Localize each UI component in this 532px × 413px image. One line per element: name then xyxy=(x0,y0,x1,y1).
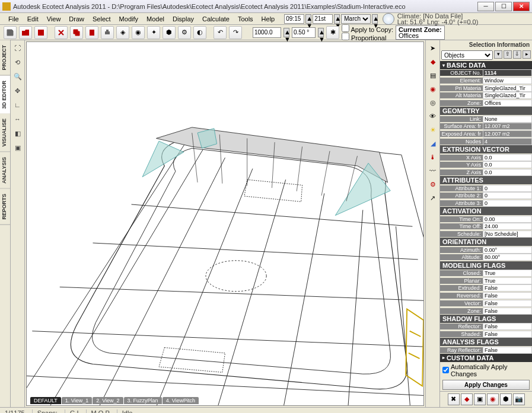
menu-help[interactable]: Help xyxy=(258,14,279,24)
alt-material-field[interactable]: SingleGlazed_Tir xyxy=(483,92,532,99)
pan-icon[interactable]: ✥ xyxy=(12,85,23,96)
month-select[interactable]: March xyxy=(341,14,371,24)
print-button[interactable] xyxy=(101,26,114,39)
custom-data-header[interactable]: ▸CUSTOM DATA xyxy=(440,354,532,362)
tool-f-button[interactable]: ◐ xyxy=(193,26,206,39)
export-icon[interactable]: ↗ xyxy=(428,193,438,203)
proportional-checkbox[interactable] xyxy=(342,33,349,40)
closed-field[interactable]: True xyxy=(483,270,532,277)
close-button[interactable]: ✕ xyxy=(513,2,530,11)
geometry-header[interactable]: GEOMETRY xyxy=(440,107,532,115)
pri-material-field[interactable]: SingleGlazed_Tir xyxy=(483,85,532,92)
menu-display[interactable]: Display xyxy=(169,14,197,24)
snap-input[interactable] xyxy=(292,27,316,38)
tool-d-button[interactable]: ⬢ xyxy=(163,26,176,39)
reversed-field[interactable]: False xyxy=(483,292,532,299)
thermal-icon[interactable]: 🌡 xyxy=(428,152,438,162)
activation-header[interactable]: ACTIVATION xyxy=(440,207,532,215)
tab-3d-editor[interactable]: 3D EDITOR xyxy=(0,76,10,114)
apply-changes-button[interactable]: Apply Changes xyxy=(442,380,530,390)
copy-button[interactable] xyxy=(70,26,83,39)
panel-icon-3[interactable]: ▣ xyxy=(474,393,486,405)
viewtab-3[interactable]: 3. FuzzyPlan xyxy=(124,397,162,404)
new-button[interactable] xyxy=(4,26,17,39)
dist-spinner[interactable]: ▲▼ xyxy=(283,28,289,37)
attr2-field[interactable]: 0 xyxy=(483,192,532,199)
orientation-header[interactable]: ORIENTATION xyxy=(440,238,532,246)
rotate-icon[interactable]: ⟲ xyxy=(12,57,23,68)
menu-modify[interactable]: Modify xyxy=(116,14,142,24)
shadow-flags-header[interactable]: SHADOW FLAGS xyxy=(440,315,532,323)
extrusion-header[interactable]: EXTRUSION VECTOR xyxy=(440,145,532,153)
sel-prev-button[interactable]: ⇧ xyxy=(504,50,512,59)
snap-spinner[interactable]: ▲▼ xyxy=(318,28,324,37)
menu-view[interactable]: View xyxy=(43,14,65,24)
attr3-field[interactable]: 0 xyxy=(483,200,532,207)
tool-b-button[interactable]: ◉ xyxy=(132,26,145,39)
menu-model[interactable]: Model xyxy=(143,14,168,24)
modelling-flags-header[interactable]: MODELLING FLAGS xyxy=(440,261,532,270)
paste-button[interactable] xyxy=(85,26,98,39)
tab-project[interactable]: PROJECT xyxy=(0,40,10,76)
planar-field[interactable]: True xyxy=(483,277,532,284)
3d-viewport[interactable]: DEFAULT 1. View_1 2. View_2 3. FuzzyPlan… xyxy=(26,41,424,406)
open-button[interactable] xyxy=(19,26,32,39)
tool-c-button[interactable]: ✦ xyxy=(147,26,160,39)
pointer-icon[interactable]: ➤ xyxy=(428,43,438,53)
wind-icon[interactable]: 〰 xyxy=(428,165,438,176)
y-axis-field[interactable]: 0.0 xyxy=(483,161,532,168)
cube-icon[interactable]: ◧ xyxy=(12,128,23,139)
object-selector[interactable]: Objects xyxy=(441,50,493,60)
select-icon[interactable]: ◆ xyxy=(428,56,438,67)
zone-field[interactable]: Offices xyxy=(483,100,532,107)
shaded-field[interactable]: False xyxy=(483,331,532,338)
settings-icon[interactable]: ⚙ xyxy=(428,179,438,190)
zoneflag-field[interactable]: False xyxy=(483,308,532,315)
sel-next-button[interactable]: ⇩ xyxy=(513,50,521,59)
panel-icon-5[interactable]: ⬢ xyxy=(500,393,512,405)
panel-icon-2[interactable]: ◆ xyxy=(461,393,473,405)
current-zone-box[interactable]: Current Zone: Offices xyxy=(396,25,445,40)
analysis-flags-header[interactable]: ANALYSIS FLAGS xyxy=(440,338,532,346)
attr1-field[interactable]: 0 xyxy=(483,185,532,192)
sel-more-button[interactable]: ▸ xyxy=(523,50,531,59)
apply-copy-checkbox[interactable] xyxy=(342,24,349,32)
measure-icon[interactable]: ↔ xyxy=(12,114,23,124)
visibility-icon[interactable]: ◎ xyxy=(428,97,438,108)
panel-icon-4[interactable]: ◉ xyxy=(487,393,499,405)
attributes-header[interactable]: ATTRIBUTES xyxy=(440,176,532,184)
time-off-field[interactable]: 24.00 xyxy=(483,223,532,230)
menu-file[interactable]: File xyxy=(5,14,23,24)
viewtab-default[interactable]: DEFAULT xyxy=(30,397,61,404)
altitude-field[interactable]: 80.00° xyxy=(483,254,532,261)
tool-a-button[interactable]: ◈ xyxy=(116,26,129,39)
minimize-button[interactable]: ─ xyxy=(477,2,494,11)
z-axis-field[interactable]: 0.0 xyxy=(483,169,532,176)
sel-dropdown-icon[interactable]: ▾ xyxy=(494,50,502,59)
compass-icon[interactable]: ✱ xyxy=(326,26,339,39)
time-day-input[interactable] xyxy=(313,14,333,24)
panel-icon-6[interactable]: 📷 xyxy=(513,393,525,405)
distance-input[interactable] xyxy=(253,27,281,38)
eye-icon[interactable]: 👁 xyxy=(428,111,438,121)
perspective-icon[interactable]: ▣ xyxy=(12,142,23,153)
menu-draw[interactable]: Draw xyxy=(65,14,88,24)
axis-icon[interactable]: ∟ xyxy=(12,100,23,110)
tab-visualise[interactable]: VISUALISE xyxy=(0,114,10,152)
menu-tools[interactable]: Tools xyxy=(234,14,257,24)
panel-icon-1[interactable]: ✖ xyxy=(448,393,460,405)
time-on-field[interactable]: 0.00 xyxy=(483,216,532,223)
zoom-icon[interactable]: 🔍 xyxy=(12,71,23,82)
undo-button[interactable]: ↶ xyxy=(214,26,227,39)
tool-e-button[interactable]: ⚙ xyxy=(178,26,191,39)
menu-calculate[interactable]: Calculate xyxy=(199,14,233,24)
cut-button[interactable] xyxy=(55,26,68,39)
material-icon[interactable]: ◉ xyxy=(428,84,438,94)
fit-icon[interactable]: ⛶ xyxy=(12,43,23,53)
basic-data-header[interactable]: ▾BASIC DATA xyxy=(440,61,532,69)
extruded-field[interactable]: False xyxy=(483,284,532,292)
x-axis-field[interactable]: 0.0 xyxy=(483,154,532,161)
auto-apply-checkbox[interactable] xyxy=(442,367,449,373)
tab-analysis[interactable]: ANALYSIS xyxy=(0,152,10,189)
vector-field[interactable]: False xyxy=(483,300,532,307)
